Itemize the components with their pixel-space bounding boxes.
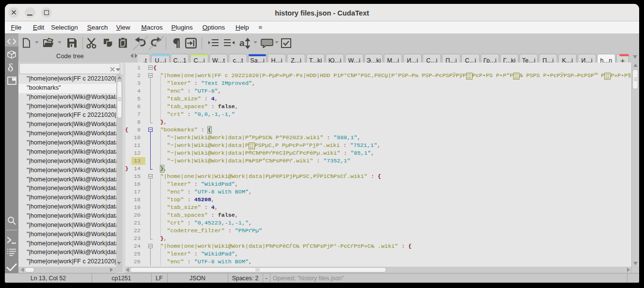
svg-text:a: a (239, 38, 245, 48)
